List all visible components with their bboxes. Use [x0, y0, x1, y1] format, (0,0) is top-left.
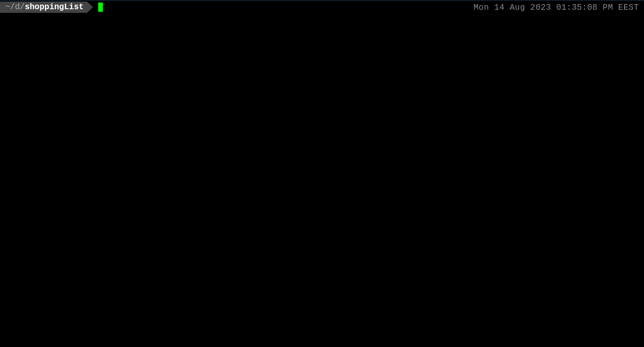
- prompt-container: ~/d/shoppingList: [0, 2, 93, 13]
- terminal-cursor[interactable]: [98, 3, 103, 12]
- terminal-body[interactable]: [0, 12, 644, 345]
- prompt-path-current: shoppingList: [25, 2, 83, 12]
- datetime-display: Mon 14 Aug 2023 01:35:08 PM EEST: [474, 3, 639, 13]
- prompt-arrow-icon: [87, 2, 93, 13]
- prompt-path-prefix: ~/d/: [5, 2, 25, 12]
- prompt-path-segment: ~/d/shoppingList: [0, 2, 87, 13]
